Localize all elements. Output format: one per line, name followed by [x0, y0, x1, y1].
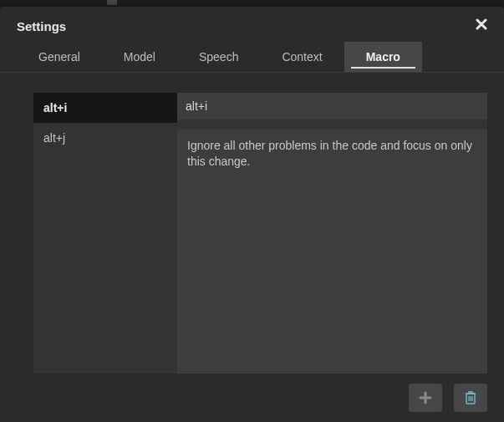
close-icon: [476, 18, 487, 30]
macro-list-item[interactable]: alt+j: [33, 123, 177, 153]
tab-bar: General Model Speech Context Macro: [0, 42, 504, 73]
trash-icon: [464, 390, 477, 405]
macro-action-row: [33, 374, 487, 412]
macro-detail: [177, 93, 487, 374]
delete-macro-button[interactable]: [454, 384, 487, 412]
tab-macro[interactable]: Macro: [344, 42, 422, 72]
window-tab-accent: [107, 0, 117, 5]
modal-title: Settings: [17, 19, 66, 33]
settings-modal: Settings General Model Speech Context Ma…: [0, 7, 504, 422]
tab-context[interactable]: Context: [260, 42, 344, 72]
close-button[interactable]: [476, 18, 487, 33]
macro-editor-row: alt+i alt+j: [33, 93, 487, 374]
macro-panel: alt+i alt+j: [0, 73, 504, 422]
tab-speech[interactable]: Speech: [177, 42, 260, 72]
modal-header: Settings: [0, 7, 504, 42]
macro-list: alt+i alt+j: [33, 93, 177, 374]
tab-model[interactable]: Model: [102, 42, 177, 72]
macro-name-input[interactable]: [177, 93, 487, 119]
add-macro-button[interactable]: [409, 384, 442, 412]
plus-icon: [419, 391, 432, 404]
tab-general[interactable]: General: [17, 42, 102, 72]
macro-body-textarea[interactable]: [177, 130, 487, 374]
macro-list-item[interactable]: alt+i: [33, 93, 177, 123]
